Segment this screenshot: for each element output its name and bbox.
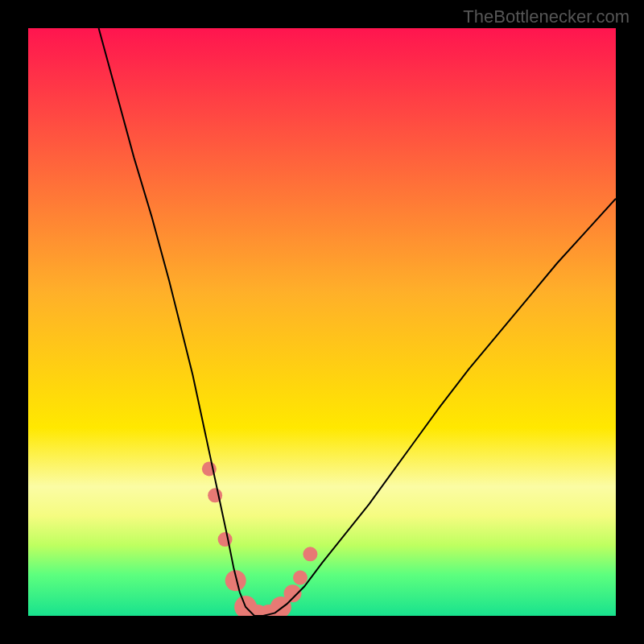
watermark-text: TheBottlenecker.com xyxy=(463,6,630,27)
chart-svg xyxy=(28,28,616,616)
marker-point xyxy=(293,571,308,585)
marker-point xyxy=(284,584,302,602)
marker-point xyxy=(218,532,233,547)
gradient-background xyxy=(28,28,616,616)
plot-area xyxy=(28,28,616,616)
marker-point xyxy=(303,547,317,561)
chart-container: TheBottlenecker.com xyxy=(0,0,644,644)
